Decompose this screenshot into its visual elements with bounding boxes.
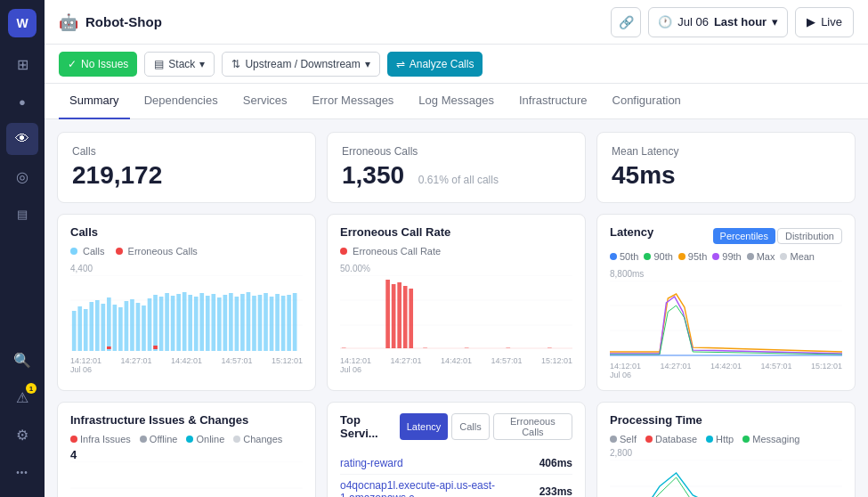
- svg-rect-33: [247, 292, 251, 351]
- changes-dot: [233, 436, 240, 443]
- svg-rect-34: [252, 296, 256, 351]
- processing-chart-svg: [610, 460, 842, 497]
- svg-rect-16: [148, 298, 152, 351]
- tab-dependencies[interactable]: Dependencies: [134, 84, 229, 119]
- tab-error-messages[interactable]: Error Messages: [302, 84, 405, 119]
- sidebar-item-target[interactable]: ◎: [6, 160, 38, 192]
- svc-tab-erroneous[interactable]: Erroneous Calls: [493, 413, 572, 440]
- app-title-text: Robot-Shop: [85, 14, 162, 29]
- infra-legend: Infra Issues Offline Online Changes: [70, 434, 303, 444]
- chevron-down-icon: ▾: [772, 15, 778, 29]
- topbar-actions: 🔗 🕐 Jul 06 Last hour ▾ ▶ Live: [611, 7, 854, 37]
- svg-rect-18: [159, 297, 164, 351]
- svg-rect-23: [188, 295, 192, 351]
- infra-issues-dot: [70, 436, 77, 443]
- latency-header: Latency Percentiles Distribution: [610, 225, 842, 246]
- tab-services[interactable]: Services: [232, 84, 298, 119]
- p90-dot: [644, 253, 651, 260]
- check-icon: ✓: [68, 58, 77, 70]
- toolbar: ✓ No Issues ▤ Stack ▾ ⇅ Upstream / Downs…: [45, 45, 868, 84]
- erroneous-chart-title: Erroneous Call Rate: [340, 225, 572, 239]
- svc-tab-latency[interactable]: Latency: [400, 413, 449, 440]
- calls-value: 219,172: [72, 161, 301, 190]
- distribution-toggle[interactable]: Distribution: [777, 228, 842, 244]
- calls-legend-item: Calls: [70, 246, 105, 257]
- svg-rect-27: [211, 294, 215, 351]
- erroneous-chart-svg: [340, 275, 572, 351]
- sidebar-item-grid[interactable]: ⊞: [6, 48, 38, 80]
- content-area: Calls 219,172 Erroneous Calls 1,350 0.61…: [45, 119, 868, 497]
- tab-configuration[interactable]: Configuration: [602, 84, 692, 119]
- svg-rect-38: [275, 294, 280, 351]
- svg-rect-51: [403, 286, 408, 348]
- upstream-button[interactable]: ⇅ Upstream / Downstream ▾: [222, 52, 379, 77]
- erroneous-legend-item: Erroneous Calls: [116, 246, 198, 257]
- chevron-down-icon: ▾: [199, 58, 205, 70]
- calls-chart-legend: Calls Erroneous Calls: [70, 246, 303, 257]
- circle-icon: ●: [19, 95, 26, 109]
- latency-label: Mean Latency: [612, 145, 840, 158]
- svg-rect-26: [206, 296, 210, 351]
- erroneous-chart-legend: Erroneous Call Rate: [340, 246, 572, 257]
- calls-chart-title: Calls: [70, 225, 303, 239]
- eye-icon: 👁: [15, 131, 29, 147]
- processing-card: Processing Time Self Database Http Messa…: [596, 402, 856, 497]
- sidebar-item-more[interactable]: •••: [6, 456, 38, 488]
- sidebar-item-circle[interactable]: ●: [6, 86, 38, 118]
- alert-badge: 1: [26, 383, 37, 394]
- p50-dot: [610, 253, 617, 260]
- sidebar-item-layers[interactable]: ▤: [6, 198, 38, 230]
- play-icon: ▶: [807, 15, 815, 29]
- link-button[interactable]: 🔗: [611, 7, 641, 37]
- sidebar-item-alert[interactable]: ⚠ 1: [6, 381, 38, 413]
- summary-row: Calls 219,172 Erroneous Calls 1,350 0.61…: [57, 132, 856, 203]
- svg-rect-8: [101, 304, 105, 351]
- calls-ymax: 4,400: [70, 264, 303, 273]
- sidebar-item-search[interactable]: 🔍: [6, 344, 38, 376]
- svg-rect-25: [199, 293, 204, 351]
- tab-log-messages[interactable]: Log Messages: [408, 84, 505, 119]
- stack-button[interactable]: ▤ Stack ▾: [144, 52, 215, 77]
- search-icon: 🔍: [13, 352, 31, 369]
- service-link-2[interactable]: o4qocnap1l.execute-api.us-east-1.amazona…: [340, 479, 539, 497]
- bottom-row: Infrastructure Issues & Changes Infra Is…: [57, 402, 856, 497]
- sidebar: W ⊞ ● 👁 ◎ ▤ 🔍 ⚠ 1 ⚙ •••: [0, 0, 45, 497]
- erroneous-ymax: 50.00%: [340, 264, 572, 273]
- sidebar-item-settings[interactable]: ⚙: [6, 419, 38, 451]
- layers-icon: ▤: [17, 208, 28, 221]
- stack-label: Stack: [168, 58, 195, 70]
- top-services-title: Top Servi...: [340, 413, 400, 440]
- erroneous-rate-dot: [340, 248, 347, 255]
- top-services-card: Top Servi... Latency Calls Erroneous Cal…: [327, 402, 586, 497]
- http-dot: [706, 436, 713, 443]
- upstream-label: Upstream / Downstream: [245, 58, 360, 70]
- analyze-button[interactable]: ⇌ Analyze Calls: [387, 52, 483, 77]
- erroneous-dot: [116, 248, 123, 255]
- tabs-bar: Summary Dependencies Services Error Mess…: [45, 84, 868, 119]
- live-button[interactable]: ▶ Live: [795, 7, 854, 37]
- service-link-1[interactable]: rating-reward: [340, 457, 403, 469]
- time-label: Last hour: [714, 15, 767, 29]
- no-issues-button[interactable]: ✓ No Issues: [59, 52, 137, 77]
- target-icon: ◎: [16, 168, 28, 185]
- svg-rect-39: [281, 296, 286, 351]
- tab-summary[interactable]: Summary: [59, 84, 130, 119]
- stack-icon: ▤: [154, 58, 164, 70]
- svg-rect-57: [548, 347, 552, 348]
- svg-rect-7: [95, 300, 100, 351]
- latency-chart-card: Latency Percentiles Distribution 50th 90…: [596, 214, 856, 391]
- svg-rect-49: [392, 284, 396, 348]
- app-logo[interactable]: W: [8, 9, 37, 37]
- svc-tab-calls[interactable]: Calls: [451, 413, 489, 440]
- svg-rect-41: [293, 293, 297, 351]
- sidebar-item-eye[interactable]: 👁: [6, 123, 38, 155]
- time-selector[interactable]: 🕐 Jul 06 Last hour ▾: [648, 7, 788, 37]
- tab-infrastructure[interactable]: Infrastructure: [508, 84, 598, 119]
- time-date: Jul 06: [677, 15, 709, 29]
- mean-dot: [780, 253, 787, 260]
- svg-rect-13: [130, 299, 134, 351]
- calls-chart-svg: [70, 275, 303, 351]
- percentiles-toggle[interactable]: Percentiles: [713, 228, 775, 244]
- latency-xticks: 14:12:01Jul 06 14:27:01 14:42:01 14:57:0…: [610, 362, 842, 379]
- svg-rect-22: [183, 292, 187, 351]
